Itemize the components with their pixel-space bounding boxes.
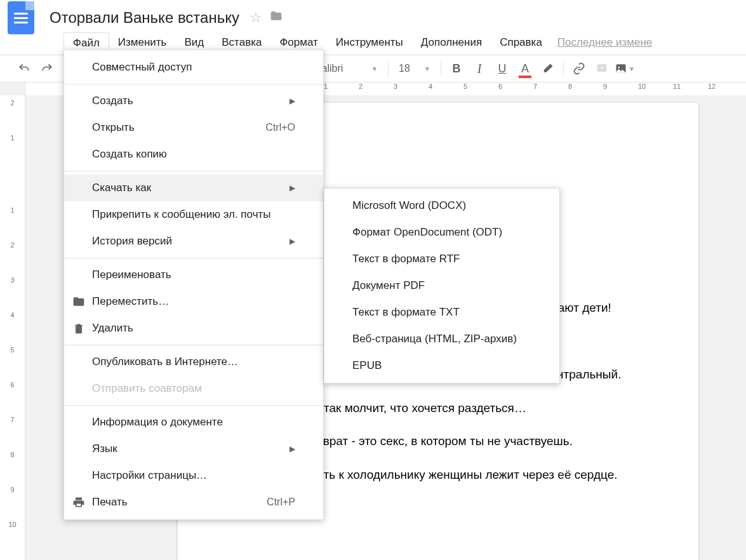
text-color-button[interactable]: A [514, 57, 536, 80]
menu-new[interactable]: Создать ▶ [64, 88, 323, 114]
menu-tools[interactable]: Инструменты [327, 32, 412, 53]
menu-addons[interactable]: Дополнения [412, 32, 491, 53]
menu-label: Текст в формате RTF [352, 253, 460, 265]
vertical-ruler[interactable]: 2 1 1 2 3 4 5 6 7 8 9 10 [0, 95, 25, 560]
menu-label: Удалить [92, 322, 133, 335]
menu-move[interactable]: Переместить… [64, 288, 323, 315]
menu-delete[interactable]: Удалить [64, 315, 323, 342]
menu-divider [64, 345, 323, 345]
menu-label: Открыть [92, 121, 135, 134]
menu-label: Отправить соавторам [92, 382, 202, 395]
ruler-tick: 3 [394, 83, 397, 90]
menu-help[interactable]: Справка [491, 32, 551, 53]
menu-label: История версий [92, 235, 172, 248]
menu-label: Текст в формате TXT [352, 306, 460, 319]
insert-image-button[interactable]: ▼ [613, 57, 636, 80]
undo-button[interactable] [13, 57, 36, 80]
ruler-tick: 6 [0, 381, 25, 389]
svg-text:+: + [600, 64, 604, 71]
menu-label: Скачать как [92, 182, 151, 194]
menu-publish[interactable]: Опубликовать в Интернете… [64, 349, 323, 375]
last-edit-link[interactable]: Последнее измене [557, 36, 652, 49]
star-icon[interactable]: ☆ [250, 10, 262, 26]
menu-language[interactable]: Язык ▶ [64, 436, 323, 462]
menu-label: Документ PDF [352, 279, 425, 292]
menu-label: Язык [92, 443, 117, 455]
ruler-tick: 1 [324, 83, 328, 90]
ruler-tick: 12 [708, 83, 716, 90]
menu-label: Переименовать [92, 269, 171, 281]
download-epub[interactable]: EPUB [324, 352, 559, 379]
menu-label: Формат OpenDocument (ODT) [352, 226, 502, 239]
menu-download-as[interactable]: Скачать как ▶ [64, 175, 323, 201]
download-docx[interactable]: Microsoft Word (DOCX) [324, 192, 559, 219]
menu-shortcut: Ctrl+P [267, 497, 295, 508]
menu-share[interactable]: Совместный доступ [64, 54, 323, 81]
ruler-tick: 2 [359, 83, 363, 90]
menu-make-copy[interactable]: Создать копию [64, 141, 323, 168]
menu-label: Создать [92, 95, 133, 107]
download-html[interactable]: Веб-страница (HTML, ZIP-архив) [324, 326, 559, 352]
menu-label: Информация о документе [92, 416, 223, 429]
menu-label: Microsoft Word (DOCX) [352, 199, 466, 212]
menu-label: Совместный доступ [92, 61, 192, 74]
toolbar-separator [563, 61, 564, 76]
document-title[interactable]: Оторвали Ваньке встаньку [50, 9, 239, 27]
highlight-button[interactable] [536, 57, 559, 80]
ruler-tick: 6 [498, 83, 502, 90]
ruler-tick: 1 [0, 134, 25, 142]
ruler-tick: 11 [673, 83, 681, 90]
menu-label: Веб-страница (HTML, ZIP-архив) [352, 333, 517, 345]
download-odt[interactable]: Формат OpenDocument (ODT) [324, 219, 559, 246]
menu-page-setup[interactable]: Настройки страницы… [64, 462, 323, 489]
menu-shortcut: Ctrl+O [265, 122, 295, 133]
chevron-down-icon: ▼ [371, 65, 378, 72]
underline-button[interactable]: U [491, 57, 514, 80]
ruler-tick: 4 [0, 311, 25, 319]
download-pdf[interactable]: Документ PDF [324, 272, 559, 299]
download-rtf[interactable]: Текст в формате RTF [324, 246, 559, 272]
menu-label: Прикрепить к сообщению эл. почты [92, 208, 271, 221]
folder-icon[interactable] [270, 10, 283, 26]
menu-open[interactable]: Открыть Ctrl+O [64, 114, 323, 141]
insert-comment-button[interactable]: + [590, 57, 613, 80]
docs-logo-icon[interactable] [8, 1, 34, 34]
file-menu-dropdown: Совместный доступ Создать ▶ Открыть Ctrl… [63, 50, 324, 520]
chevron-down-icon: ▼ [629, 65, 635, 72]
download-as-submenu: Microsoft Word (DOCX) Формат OpenDocumen… [324, 188, 560, 383]
ruler-tick: 9 [0, 486, 25, 493]
menu-label: Опубликовать в Интернете… [92, 356, 238, 368]
menu-doc-info[interactable]: Информация о документе [64, 409, 323, 436]
font-size-select[interactable]: 18 ▼ [392, 57, 437, 80]
font-size-label: 18 [399, 63, 410, 74]
menu-email-attachment[interactable]: Прикрепить к сообщению эл. почты [64, 201, 323, 228]
download-txt[interactable]: Текст в формате TXT [324, 299, 559, 326]
ruler-tick: 9 [603, 83, 607, 90]
ruler-tick: 1 [0, 206, 25, 214]
menu-divider [64, 405, 323, 406]
ruler-tick: 7 [0, 416, 25, 423]
menu-label: Создать копию [92, 148, 167, 161]
italic-button[interactable]: I [468, 57, 491, 80]
ruler-corner [0, 83, 25, 95]
menu-print[interactable]: Печать Ctrl+P [64, 489, 323, 516]
menu-label: EPUB [352, 359, 382, 372]
menu-divider [64, 258, 323, 258]
toolbar-separator [441, 61, 441, 76]
bold-button[interactable]: B [445, 57, 468, 80]
ruler-tick: 10 [638, 83, 646, 90]
ruler-tick: 5 [0, 346, 25, 354]
ruler-tick: 8 [0, 451, 25, 458]
ruler-tick: 2 [0, 99, 25, 107]
menu-divider [64, 84, 323, 84]
insert-link-button[interactable] [568, 57, 590, 80]
chevron-right-icon: ▶ [290, 444, 295, 453]
menu-version-history[interactable]: История версий ▶ [64, 228, 323, 255]
chevron-right-icon: ▶ [290, 97, 295, 105]
ruler-tick: 5 [463, 83, 467, 90]
ruler-tick: 8 [568, 83, 572, 90]
menu-rename[interactable]: Переименовать [64, 262, 323, 288]
chevron-right-icon: ▶ [290, 237, 295, 246]
chevron-down-icon: ▼ [424, 65, 430, 72]
redo-button[interactable] [36, 57, 58, 80]
